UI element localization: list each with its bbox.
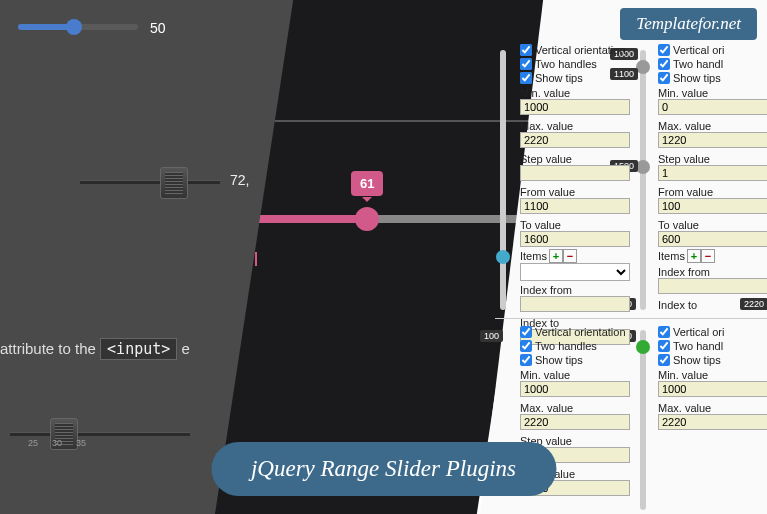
pink-mark [255, 252, 257, 266]
lbl-twohandles: Two handles [535, 58, 597, 70]
lbl-vertical-2: Vertical ori [673, 44, 724, 56]
input-max-2[interactable] [658, 132, 767, 148]
input-from-1[interactable] [520, 198, 630, 214]
pink-slider[interactable]: 61 [235, 215, 545, 223]
attr-suffix: e [181, 340, 189, 357]
lbl-min-4: Min. value [658, 369, 767, 381]
input-from-2[interactable] [658, 198, 767, 214]
lbl-min-3: Min. value [520, 369, 640, 381]
input-step-2[interactable] [658, 165, 767, 181]
attr-prefix: attribute to the [0, 340, 100, 357]
chk-vertical-4[interactable] [658, 326, 670, 338]
lbl-twohandles-3: Two handles [535, 340, 597, 352]
chk-twohandles-1[interactable] [520, 58, 532, 70]
blue-slider-thumb[interactable] [66, 19, 82, 35]
input-max-3[interactable] [520, 414, 630, 430]
items-plus-icon[interactable]: + [549, 249, 563, 263]
lbl-from-2: From value [658, 186, 767, 198]
badge-100: 100 [480, 330, 503, 342]
lbl-items: Items [520, 250, 547, 262]
input-to-1[interactable] [520, 231, 630, 247]
lbl-max: Max. value [520, 120, 640, 132]
vslider-1-thumb[interactable] [496, 250, 510, 264]
pink-slider-thumb[interactable] [355, 207, 379, 231]
input-min-2[interactable] [658, 99, 767, 115]
blue-slider-fill [18, 24, 72, 30]
input-min-1[interactable] [520, 99, 630, 115]
lbl-max-4: Max. value [658, 402, 767, 414]
lbl-max-3: Max. value [520, 402, 640, 414]
lbl-indexfrom-2: Index from [658, 266, 767, 278]
pink-tooltip: 61 [351, 171, 383, 196]
lbl-indexto-2: Index to [658, 299, 767, 311]
items-dropdown-1[interactable] [520, 263, 630, 281]
tick-35: 35 [76, 438, 86, 448]
tick-25: 25 [28, 438, 38, 448]
blue-slider[interactable] [18, 24, 138, 30]
attr-code: <input> [100, 338, 177, 360]
chk-twohandles-4[interactable] [658, 340, 670, 352]
title-banner: jQuery Range Slider Plugins [211, 442, 556, 496]
lbl-step-2: Step value [658, 153, 767, 165]
lbl-to-2: To value [658, 219, 767, 231]
chk-vertical-2[interactable] [658, 44, 670, 56]
input-indexfrom-2[interactable] [658, 278, 767, 294]
input-max-1[interactable] [520, 132, 630, 148]
vertical-slider-2[interactable] [640, 50, 646, 310]
grey-line [245, 120, 555, 122]
lbl-from: From value [520, 186, 640, 198]
tick-30: 30 [52, 438, 62, 448]
input-min-3[interactable] [520, 381, 630, 397]
input-step-1[interactable] [520, 165, 630, 181]
input-max-4[interactable] [658, 414, 767, 430]
input-indexfrom-1[interactable] [520, 296, 630, 312]
lbl-vertical-3: Vertical orientation [535, 326, 626, 338]
config-col-1-top: Vertical orientation Two handles Show ti… [520, 44, 640, 347]
dark-slider-1-thumb[interactable] [160, 167, 188, 199]
lbl-twohandles-2: Two handl [673, 58, 723, 70]
items-minus-icon[interactable]: − [563, 249, 577, 263]
lbl-showtips-2: Show tips [673, 72, 721, 84]
lbl-showtips-3: Show tips [535, 354, 583, 366]
chk-showtips-3[interactable] [520, 354, 532, 366]
lbl-showtips-4: Show tips [673, 354, 721, 366]
chk-showtips-1[interactable] [520, 72, 532, 84]
items-minus-icon-2[interactable]: − [701, 249, 715, 263]
lbl-step: Step value [520, 153, 640, 165]
chk-twohandles-3[interactable] [520, 340, 532, 352]
chk-showtips-2[interactable] [658, 72, 670, 84]
dark-slider-1-value: 72, [230, 172, 249, 188]
lbl-showtips: Show tips [535, 72, 583, 84]
lbl-min: Min. value [520, 87, 640, 99]
config-col-2-bot: Vertical ori Two handl Show tips Min. va… [658, 326, 767, 432]
chk-vertical-1[interactable] [520, 44, 532, 56]
chk-twohandles-2[interactable] [658, 58, 670, 70]
items-plus-icon-2[interactable]: + [687, 249, 701, 263]
chk-showtips-4[interactable] [658, 354, 670, 366]
config-col-2-top: Vertical ori Two handl Show tips Min. va… [658, 44, 767, 311]
watermark: Templatefor.net [620, 8, 757, 40]
dark-slider-1[interactable] [80, 180, 220, 184]
lbl-max-2: Max. value [658, 120, 767, 132]
blue-slider-value: 50 [150, 20, 166, 36]
tick-track [10, 432, 190, 436]
input-to-2[interactable] [658, 231, 767, 247]
lbl-to: To value [520, 219, 640, 231]
lbl-vertical: Vertical orientation [535, 44, 626, 56]
lbl-min-2: Min. value [658, 87, 767, 99]
vertical-slider-3[interactable] [640, 330, 646, 510]
lbl-vertical-4: Vertical ori [673, 326, 724, 338]
lbl-items-2: Items [658, 250, 685, 262]
vertical-slider-1[interactable] [500, 50, 506, 310]
lbl-twohandles-4: Two handl [673, 340, 723, 352]
chk-vertical-3[interactable] [520, 326, 532, 338]
lbl-indexfrom: Index from [520, 284, 640, 296]
input-min-4[interactable] [658, 381, 767, 397]
attribute-text: attribute to the <input> e [0, 340, 190, 358]
tick-slider[interactable]: 25 30 35 [10, 420, 190, 450]
